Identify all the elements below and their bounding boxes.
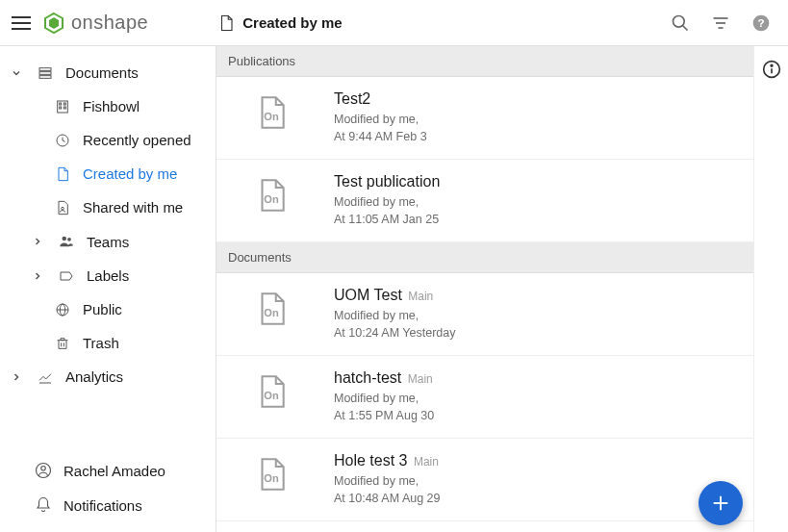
search-icon[interactable] <box>671 13 690 33</box>
svg-line-3 <box>683 25 688 30</box>
sidebar-item-analytics[interactable]: Analytics <box>0 360 216 393</box>
document-thumbnail-icon: On <box>228 173 315 214</box>
sidebar-label: Labels <box>87 267 129 284</box>
sidebar-label: Trash <box>83 335 119 351</box>
svg-point-19 <box>63 237 67 241</box>
sidebar-label: Created by me <box>83 165 177 182</box>
header: onshape Created by me ? <box>0 0 788 46</box>
sidebar-item-notifications[interactable]: Notifications <box>0 488 216 522</box>
clock-icon <box>54 133 71 148</box>
plus-icon <box>710 493 731 514</box>
sidebar-label: Documents <box>65 64 139 81</box>
sidebar-item-shared[interactable]: Shared with me <box>0 190 216 224</box>
chevron-right-icon <box>29 270 46 282</box>
logo[interactable]: onshape <box>42 12 148 35</box>
svg-marker-1 <box>49 17 59 29</box>
svg-point-2 <box>674 15 685 27</box>
sidebar-label: Analytics <box>65 368 123 385</box>
sidebar-item-documents[interactable]: Documents <box>0 56 216 89</box>
svg-rect-11 <box>39 75 51 78</box>
globe-icon <box>54 302 71 317</box>
svg-point-18 <box>62 207 64 210</box>
sidebar: Documents Fishbowl Recently opened Creat… <box>0 46 216 532</box>
document-icon <box>54 166 71 182</box>
sidebar-item-labels[interactable]: Labels <box>0 259 216 292</box>
analytics-icon <box>37 369 54 385</box>
details-rail <box>753 46 788 532</box>
document-thumbnail-icon: On <box>228 452 315 493</box>
sidebar-item-fishbowl[interactable]: Fishbowl <box>0 89 216 123</box>
chevron-right-icon <box>29 236 46 247</box>
info-icon[interactable] <box>762 60 781 79</box>
item-branch: Main <box>408 290 433 303</box>
list-item[interactable]: On UOM Test Main Modified by me, At 10:2… <box>216 273 753 356</box>
list-item[interactable]: On Test2 Modified by me, At 9:44 AM Feb … <box>216 77 753 160</box>
item-meta: Modified by me, At 11:05 AM Jan 25 <box>334 194 742 228</box>
item-title: UOM Test Main <box>334 287 742 304</box>
item-branch: Main <box>408 372 433 386</box>
sidebar-label: Notifications <box>64 497 142 514</box>
shared-icon <box>54 200 71 215</box>
documents-icon <box>37 65 54 81</box>
list-item[interactable]: On hatch-test Main Modified by me, At 1:… <box>216 356 753 439</box>
document-thumbnail-icon: On <box>228 369 315 410</box>
sidebar-label: Fishbowl <box>83 98 140 114</box>
sidebar-label: Shared with me <box>83 199 183 215</box>
document-icon <box>217 14 235 32</box>
sidebar-item-user[interactable]: Rachel Amadeo <box>0 453 216 488</box>
sidebar-item-public[interactable]: Public <box>0 292 216 326</box>
list-item[interactable]: On Dihedral test Main <box>216 521 753 532</box>
svg-point-28 <box>41 467 46 471</box>
svg-text:On: On <box>264 307 279 318</box>
svg-rect-13 <box>60 103 62 105</box>
document-thumbnail-icon: On <box>228 287 315 327</box>
onshape-logo-icon <box>42 12 65 35</box>
item-title: Hole test 3 Main <box>334 452 742 469</box>
sidebar-item-recent[interactable]: Recently opened <box>0 123 216 157</box>
sidebar-item-teams[interactable]: Teams <box>0 224 216 259</box>
svg-text:?: ? <box>757 16 764 29</box>
create-button[interactable] <box>699 481 743 525</box>
section-header: Documents <box>216 242 753 273</box>
page-title: Created by me <box>242 14 342 31</box>
sidebar-label: Public <box>83 301 122 317</box>
svg-rect-15 <box>60 107 62 109</box>
menu-icon[interactable] <box>12 13 31 34</box>
label-icon <box>58 268 75 284</box>
svg-point-20 <box>67 238 71 241</box>
list-item[interactable]: On Test publication Modified by me, At 1… <box>216 160 753 242</box>
sidebar-label: Recently opened <box>83 132 191 148</box>
svg-text:On: On <box>264 193 279 205</box>
sidebar-item-trash[interactable]: Trash <box>0 326 216 360</box>
trash-icon <box>54 336 71 351</box>
svg-text:On: On <box>264 111 279 122</box>
user-name: Rachel Amadeo <box>64 463 165 479</box>
svg-rect-9 <box>39 67 51 70</box>
item-meta: Modified by me, At 10:48 AM Aug 29 <box>334 473 742 507</box>
item-title: hatch-test Main <box>334 369 742 387</box>
svg-rect-16 <box>64 107 65 109</box>
help-icon[interactable]: ? <box>751 13 771 33</box>
bell-icon <box>35 496 52 514</box>
chevron-down-icon <box>8 67 25 79</box>
list-item[interactable]: On Hole test 3 Main Modified by me, At 1… <box>216 439 753 521</box>
breadcrumb: Created by me <box>217 14 342 32</box>
sort-icon[interactable] <box>711 13 730 33</box>
sidebar-label: Teams <box>87 234 129 250</box>
sidebar-item-created-by-me[interactable]: Created by me <box>0 157 216 190</box>
svg-rect-10 <box>39 71 51 74</box>
document-list: Publications On Test2 Modified by me, At… <box>216 46 753 532</box>
teams-icon <box>58 233 75 250</box>
svg-text:On: On <box>264 390 279 401</box>
svg-rect-14 <box>64 103 65 105</box>
user-icon <box>35 462 52 479</box>
item-title: Test publication <box>334 173 742 190</box>
item-meta: Modified by me, At 10:24 AM Yesterday <box>334 308 742 342</box>
brand-name: onshape <box>71 12 148 34</box>
svg-point-37 <box>771 64 773 66</box>
document-thumbnail-icon: On <box>228 90 315 131</box>
item-meta: Modified by me, At 9:44 AM Feb 3 <box>334 112 742 145</box>
chevron-right-icon <box>8 371 25 383</box>
building-icon <box>54 99 71 114</box>
item-branch: Main <box>414 455 439 469</box>
